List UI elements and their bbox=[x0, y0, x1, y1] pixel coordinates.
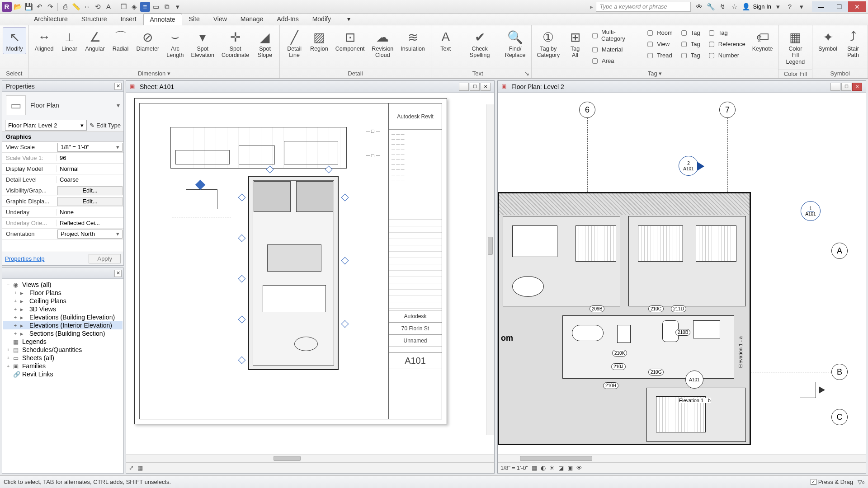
tree-node-floor-plans[interactable]: +▸Floor Plans bbox=[3, 289, 123, 297]
angular-button[interactable]: ∠Angular bbox=[82, 27, 108, 54]
filter-icon[interactable]: ▽₀ bbox=[858, 479, 864, 485]
press-drag-checkbox[interactable]: ✓Press & Drag bbox=[811, 479, 853, 485]
vcb-crop-icon[interactable]: ▣ bbox=[567, 465, 573, 471]
door-tag[interactable]: 210J bbox=[611, 363, 626, 370]
tag-tread-button[interactable]: ▢Tread bbox=[643, 50, 676, 61]
vcb-scale[interactable]: 1/8" = 1'-0" bbox=[500, 465, 528, 471]
door-tag[interactable]: 210G bbox=[648, 369, 664, 375]
property-row[interactable]: Graphic Displa...Edit... bbox=[2, 196, 123, 207]
vcb-detail-icon[interactable]: ▦ bbox=[532, 465, 537, 471]
check-spelling-button[interactable]: ✔Check Spelling bbox=[458, 27, 501, 61]
type-selector[interactable]: Floor Plan ▾ bbox=[30, 102, 120, 109]
grid-bubble[interactable]: A bbox=[831, 243, 848, 259]
vp-close-icon[interactable]: ✕ bbox=[481, 83, 491, 91]
door-tag[interactable]: 210B bbox=[675, 329, 690, 336]
print-icon[interactable]: ⎙ bbox=[60, 2, 70, 12]
door-tag[interactable]: 210C bbox=[648, 305, 664, 312]
edit-type-button[interactable]: ✎Edit Type bbox=[90, 122, 121, 129]
panel-close-icon[interactable]: ✕ bbox=[114, 83, 122, 90]
radial-button[interactable]: ⌒Radial bbox=[109, 27, 132, 54]
tag-col4-9-button[interactable]: ▢Tag bbox=[704, 27, 749, 38]
switch-windows-icon[interactable]: ⧉ bbox=[162, 2, 172, 12]
tab-architecture[interactable]: Architecture bbox=[27, 13, 75, 25]
tree-node-sections-building-section-[interactable]: +▸Sections (Building Section) bbox=[3, 329, 123, 338]
vcb-scale[interactable]: ⤢ bbox=[129, 465, 134, 471]
ribbon-expand-icon[interactable]: ▾ bbox=[340, 13, 357, 25]
section-reference[interactable]: 1 A101 bbox=[801, 201, 821, 221]
tag-room-button[interactable]: ▢Room bbox=[643, 27, 676, 38]
property-row[interactable]: Scale Value 1:96 bbox=[2, 153, 123, 164]
symbol-button[interactable]: ✦Symbol bbox=[815, 27, 840, 54]
instance-selector[interactable]: Floor Plan: Level 2▾ bbox=[5, 120, 87, 131]
tag-material-button[interactable]: ▢Material bbox=[588, 44, 642, 55]
spot-button[interactable]: ✛Spot Coordinate bbox=[218, 27, 252, 61]
thin-lines-icon[interactable]: ≡ bbox=[140, 2, 150, 12]
undo-icon[interactable]: ↶ bbox=[34, 2, 44, 12]
tag-all-button[interactable]: ⊞ Tag All bbox=[563, 27, 587, 61]
app-menu-button[interactable]: R bbox=[2, 2, 12, 12]
tag-col4-10-button[interactable]: ▢Reference bbox=[704, 38, 749, 49]
door-tag[interactable]: 210K bbox=[612, 350, 627, 357]
modify-button[interactable]: ↖ Modify bbox=[3, 27, 26, 54]
help-icon[interactable]: ? bbox=[785, 2, 795, 12]
user-icon[interactable]: 👤 bbox=[741, 2, 751, 12]
tab-annotate[interactable]: Annotate bbox=[143, 14, 182, 25]
tab-view[interactable]: View bbox=[207, 13, 234, 25]
tree-node-legends[interactable]: ▦Legends bbox=[3, 338, 123, 346]
door-tag[interactable]: 210H bbox=[603, 382, 618, 389]
vp-minimize-icon[interactable]: — bbox=[459, 83, 469, 91]
text-icon[interactable]: A bbox=[104, 2, 113, 12]
save-icon[interactable]: 💾 bbox=[24, 2, 33, 12]
properties-section-graphics[interactable]: Graphics bbox=[2, 131, 123, 142]
3d-icon[interactable]: ❒ bbox=[118, 2, 128, 12]
apply-button[interactable]: Apply bbox=[89, 254, 121, 263]
tree-node-families[interactable]: +▣Families bbox=[3, 362, 123, 370]
grid-bubble[interactable]: B bbox=[831, 364, 848, 380]
redo-icon[interactable]: ↷ bbox=[45, 2, 55, 12]
door-tag[interactable]: 209B bbox=[590, 305, 604, 312]
spot-button[interactable]: ▾Spot Elevation bbox=[188, 27, 217, 61]
vp-maximize-icon[interactable]: ☐ bbox=[470, 83, 480, 91]
window-minimize-icon[interactable]: — bbox=[812, 1, 830, 12]
search-input[interactable]: Type a keyword or phrase bbox=[596, 2, 691, 12]
vp-close-icon[interactable]: ✕ bbox=[852, 83, 862, 91]
tab-site[interactable]: Site bbox=[182, 13, 207, 25]
scrollbar-vertical[interactable] bbox=[486, 104, 494, 435]
spot-button[interactable]: ◢Spot Slope bbox=[253, 27, 277, 61]
window-close-icon[interactable]: ✕ bbox=[848, 1, 866, 12]
measure-icon[interactable]: 📏 bbox=[71, 2, 81, 12]
tag-view-button[interactable]: ▢View bbox=[643, 38, 676, 49]
tree-node-3d-views[interactable]: +▸3D Views bbox=[3, 305, 123, 313]
property-row[interactable]: OrientationProject North▾ bbox=[2, 229, 123, 239]
property-row[interactable]: View Scale1/8" = 1'-0"▾ bbox=[2, 142, 123, 153]
help-dropdown-icon[interactable]: ▾ bbox=[797, 2, 807, 12]
close-hidden-icon[interactable]: ▭ bbox=[151, 2, 161, 12]
tab-modify[interactable]: Modify bbox=[306, 13, 338, 25]
insulation-button[interactable]: ≋Insulation bbox=[397, 27, 428, 54]
property-row[interactable]: Underlay Orie...Reflected Cei... bbox=[2, 218, 123, 229]
region-button[interactable]: ▨Region bbox=[307, 27, 331, 54]
vp-minimize-icon[interactable]: — bbox=[830, 83, 840, 91]
component-button[interactable]: ⊡Component bbox=[332, 27, 368, 54]
property-row[interactable]: Display ModelNormal bbox=[2, 164, 123, 174]
door-tag[interactable]: 211D bbox=[671, 305, 686, 312]
scrollbar-horizontal[interactable] bbox=[498, 454, 866, 462]
vcb-shadows-icon[interactable]: ◪ bbox=[558, 465, 564, 471]
subscription-icon[interactable]: 👁 bbox=[694, 2, 704, 12]
tab-insert[interactable]: Insert bbox=[114, 13, 143, 25]
tab-add-ins[interactable]: Add-Ins bbox=[270, 13, 305, 25]
open-icon[interactable]: 📂 bbox=[13, 2, 23, 12]
vcb-sun-icon[interactable]: ☀ bbox=[549, 465, 555, 471]
grid-bubble[interactable]: 6 bbox=[579, 102, 595, 118]
vcb-detail[interactable]: ▦ bbox=[137, 465, 143, 471]
tree-node-schedules-quantities[interactable]: +▤Schedules/Quantities bbox=[3, 346, 123, 354]
properties-help-link[interactable]: Properties help bbox=[5, 255, 44, 262]
tag-icon[interactable]: ⟲ bbox=[93, 2, 103, 12]
stair-button[interactable]: ⤴Stair Path bbox=[841, 27, 865, 61]
tag-multicategory-button[interactable]: ▢Multi- Category bbox=[588, 27, 642, 43]
property-row[interactable]: UnderlayNone bbox=[2, 207, 123, 218]
property-row[interactable]: Visibility/Grap...Edit... bbox=[2, 185, 123, 196]
favorite-icon[interactable]: ☆ bbox=[730, 2, 740, 12]
customize-qat-icon[interactable]: ▾ bbox=[173, 2, 183, 12]
detail-button[interactable]: ╱Detail Line bbox=[283, 27, 306, 61]
